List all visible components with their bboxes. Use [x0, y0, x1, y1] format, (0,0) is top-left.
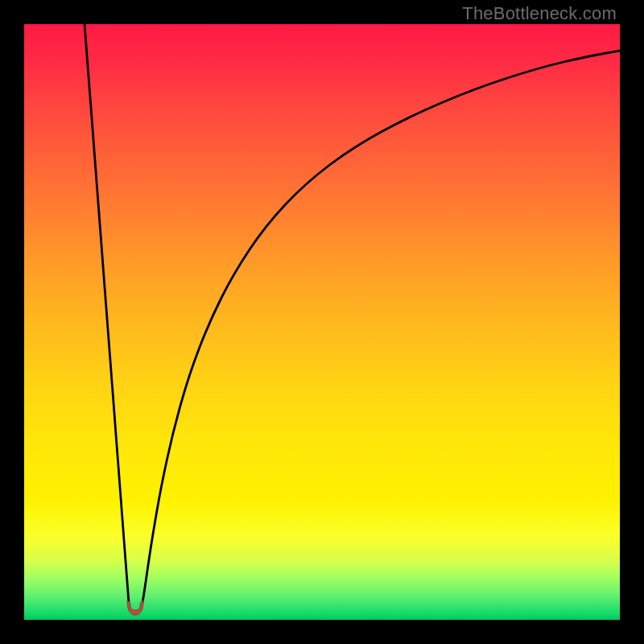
plot-frame — [24, 24, 620, 620]
minimum-marker-icon — [124, 599, 147, 617]
bottleneck-curve — [24, 24, 620, 620]
watermark-text: TheBottleneck.com — [462, 3, 617, 24]
